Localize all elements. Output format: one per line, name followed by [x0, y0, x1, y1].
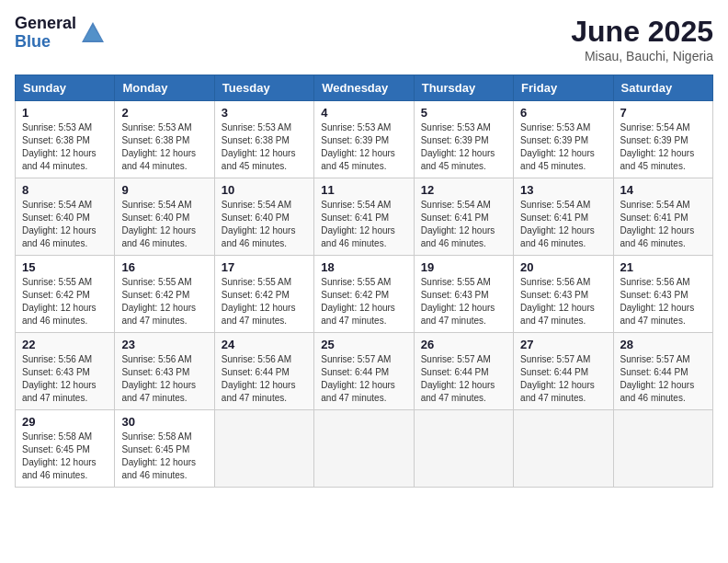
day-info: Sunrise: 5:54 AM Sunset: 6:41 PM Dayligh…	[321, 199, 406, 250]
day-number: 19	[421, 260, 506, 274]
day-info: Sunrise: 5:55 AM Sunset: 6:43 PM Dayligh…	[421, 276, 506, 327]
col-header-sunday: Sunday	[16, 75, 115, 101]
day-info: Sunrise: 5:53 AM Sunset: 6:38 PM Dayligh…	[121, 121, 207, 173]
day-info: Sunrise: 5:54 AM Sunset: 6:39 PM Dayligh…	[620, 121, 706, 173]
calendar-row-4: 22Sunrise: 5:56 AM Sunset: 6:43 PM Dayli…	[16, 333, 713, 410]
calendar-day-6: 6Sunrise: 5:53 AM Sunset: 6:39 PM Daylig…	[514, 101, 613, 178]
calendar-day-5: 5Sunrise: 5:53 AM Sunset: 6:39 PM Daylig…	[414, 101, 513, 178]
day-number: 5	[421, 106, 506, 120]
calendar-day-12: 12Sunrise: 5:54 AM Sunset: 6:41 PM Dayli…	[414, 178, 513, 256]
calendar-row-3: 15Sunrise: 5:55 AM Sunset: 6:42 PM Dayli…	[16, 256, 713, 333]
day-number: 2	[121, 106, 207, 120]
day-info: Sunrise: 5:56 AM Sunset: 6:44 PM Dayligh…	[222, 353, 307, 405]
month-title: June 2025	[571, 15, 713, 49]
calendar-day-13: 13Sunrise: 5:54 AM Sunset: 6:41 PM Dayli…	[514, 178, 613, 256]
calendar-day-29: 29Sunrise: 5:58 AM Sunset: 6:45 PM Dayli…	[16, 410, 115, 488]
calendar-day-2: 2Sunrise: 5:53 AM Sunset: 6:38 PM Daylig…	[115, 101, 214, 178]
calendar-day-19: 19Sunrise: 5:55 AM Sunset: 6:43 PM Dayli…	[414, 256, 513, 333]
empty-cell	[214, 410, 313, 488]
day-number: 15	[22, 260, 108, 274]
day-number: 6	[520, 106, 606, 120]
day-number: 16	[121, 260, 207, 274]
day-number: 23	[121, 338, 207, 351]
day-number: 24	[222, 338, 307, 351]
calendar-day-17: 17Sunrise: 5:55 AM Sunset: 6:42 PM Dayli…	[214, 256, 313, 333]
day-number: 28	[620, 338, 706, 351]
day-info: Sunrise: 5:56 AM Sunset: 6:43 PM Dayligh…	[620, 276, 706, 327]
empty-cell	[314, 410, 414, 488]
page-header: General Blue June 2025 Misau, Bauchi, Ni…	[15, 15, 713, 63]
day-info: Sunrise: 5:54 AM Sunset: 6:41 PM Dayligh…	[520, 199, 606, 250]
day-info: Sunrise: 5:55 AM Sunset: 6:42 PM Dayligh…	[321, 276, 406, 327]
logo-blue: Blue	[15, 33, 76, 52]
empty-cell	[613, 410, 712, 488]
calendar-day-28: 28Sunrise: 5:57 AM Sunset: 6:44 PM Dayli…	[613, 333, 712, 410]
day-number: 20	[520, 260, 606, 274]
logo-text: General Blue	[15, 15, 76, 52]
day-number: 12	[421, 183, 506, 197]
day-info: Sunrise: 5:56 AM Sunset: 6:43 PM Dayligh…	[22, 353, 108, 405]
day-info: Sunrise: 5:53 AM Sunset: 6:39 PM Dayligh…	[520, 121, 606, 173]
calendar-day-26: 26Sunrise: 5:57 AM Sunset: 6:44 PM Dayli…	[414, 333, 513, 410]
calendar-day-18: 18Sunrise: 5:55 AM Sunset: 6:42 PM Dayli…	[314, 256, 414, 333]
day-number: 21	[620, 260, 706, 274]
empty-cell	[514, 410, 613, 488]
calendar-day-3: 3Sunrise: 5:53 AM Sunset: 6:38 PM Daylig…	[214, 101, 313, 178]
calendar-day-8: 8Sunrise: 5:54 AM Sunset: 6:40 PM Daylig…	[16, 178, 115, 256]
day-number: 4	[321, 106, 406, 120]
day-info: Sunrise: 5:54 AM Sunset: 6:40 PM Dayligh…	[222, 199, 307, 250]
calendar-row-2: 8Sunrise: 5:54 AM Sunset: 6:40 PM Daylig…	[16, 178, 713, 256]
day-info: Sunrise: 5:54 AM Sunset: 6:41 PM Dayligh…	[421, 199, 506, 250]
calendar-day-20: 20Sunrise: 5:56 AM Sunset: 6:43 PM Dayli…	[514, 256, 613, 333]
day-number: 3	[222, 106, 307, 120]
empty-cell	[414, 410, 513, 488]
day-number: 10	[222, 183, 307, 197]
col-header-thursday: Thursday	[414, 75, 513, 101]
calendar-day-10: 10Sunrise: 5:54 AM Sunset: 6:40 PM Dayli…	[214, 178, 313, 256]
day-info: Sunrise: 5:58 AM Sunset: 6:45 PM Dayligh…	[121, 431, 207, 482]
day-number: 7	[620, 106, 706, 120]
day-number: 30	[121, 415, 207, 429]
calendar-day-25: 25Sunrise: 5:57 AM Sunset: 6:44 PM Dayli…	[314, 333, 414, 410]
day-number: 18	[321, 260, 406, 274]
day-number: 9	[121, 183, 207, 197]
calendar-day-21: 21Sunrise: 5:56 AM Sunset: 6:43 PM Dayli…	[613, 256, 712, 333]
day-info: Sunrise: 5:55 AM Sunset: 6:42 PM Dayligh…	[22, 276, 108, 327]
calendar-day-27: 27Sunrise: 5:57 AM Sunset: 6:44 PM Dayli…	[514, 333, 613, 410]
day-info: Sunrise: 5:53 AM Sunset: 6:39 PM Dayligh…	[421, 121, 506, 173]
day-number: 11	[321, 183, 406, 197]
day-info: Sunrise: 5:55 AM Sunset: 6:42 PM Dayligh…	[222, 276, 307, 327]
col-header-tuesday: Tuesday	[214, 75, 313, 101]
day-info: Sunrise: 5:54 AM Sunset: 6:40 PM Dayligh…	[22, 199, 108, 250]
calendar-row-5: 29Sunrise: 5:58 AM Sunset: 6:45 PM Dayli…	[16, 410, 713, 488]
day-number: 8	[22, 183, 108, 197]
day-info: Sunrise: 5:57 AM Sunset: 6:44 PM Dayligh…	[421, 353, 506, 405]
day-info: Sunrise: 5:54 AM Sunset: 6:41 PM Dayligh…	[620, 199, 706, 250]
day-number: 1	[22, 106, 108, 120]
day-info: Sunrise: 5:57 AM Sunset: 6:44 PM Dayligh…	[620, 353, 706, 405]
day-info: Sunrise: 5:53 AM Sunset: 6:38 PM Dayligh…	[22, 121, 108, 173]
calendar-day-16: 16Sunrise: 5:55 AM Sunset: 6:42 PM Dayli…	[115, 256, 214, 333]
day-info: Sunrise: 5:57 AM Sunset: 6:44 PM Dayligh…	[520, 353, 606, 405]
day-info: Sunrise: 5:55 AM Sunset: 6:42 PM Dayligh…	[121, 276, 207, 327]
day-number: 17	[222, 260, 307, 274]
day-info: Sunrise: 5:53 AM Sunset: 6:38 PM Dayligh…	[222, 121, 307, 173]
col-header-monday: Monday	[115, 75, 214, 101]
location: Misau, Bauchi, Nigeria	[571, 49, 713, 63]
day-info: Sunrise: 5:56 AM Sunset: 6:43 PM Dayligh…	[520, 276, 606, 327]
calendar-day-24: 24Sunrise: 5:56 AM Sunset: 6:44 PM Dayli…	[214, 333, 313, 410]
svg-marker-1	[84, 26, 102, 40]
calendar-day-22: 22Sunrise: 5:56 AM Sunset: 6:43 PM Dayli…	[16, 333, 115, 410]
day-number: 14	[620, 183, 706, 197]
day-number: 27	[520, 338, 606, 351]
calendar-day-30: 30Sunrise: 5:58 AM Sunset: 6:45 PM Dayli…	[115, 410, 214, 488]
day-number: 22	[22, 338, 108, 351]
day-number: 25	[321, 338, 406, 351]
calendar-day-7: 7Sunrise: 5:54 AM Sunset: 6:39 PM Daylig…	[613, 101, 712, 178]
title-block: June 2025 Misau, Bauchi, Nigeria	[571, 15, 713, 63]
calendar-day-4: 4Sunrise: 5:53 AM Sunset: 6:39 PM Daylig…	[314, 101, 414, 178]
calendar-day-23: 23Sunrise: 5:56 AM Sunset: 6:43 PM Dayli…	[115, 333, 214, 410]
calendar-row-1: 1Sunrise: 5:53 AM Sunset: 6:38 PM Daylig…	[16, 101, 713, 178]
col-header-friday: Friday	[514, 75, 613, 101]
day-info: Sunrise: 5:57 AM Sunset: 6:44 PM Dayligh…	[321, 353, 406, 405]
